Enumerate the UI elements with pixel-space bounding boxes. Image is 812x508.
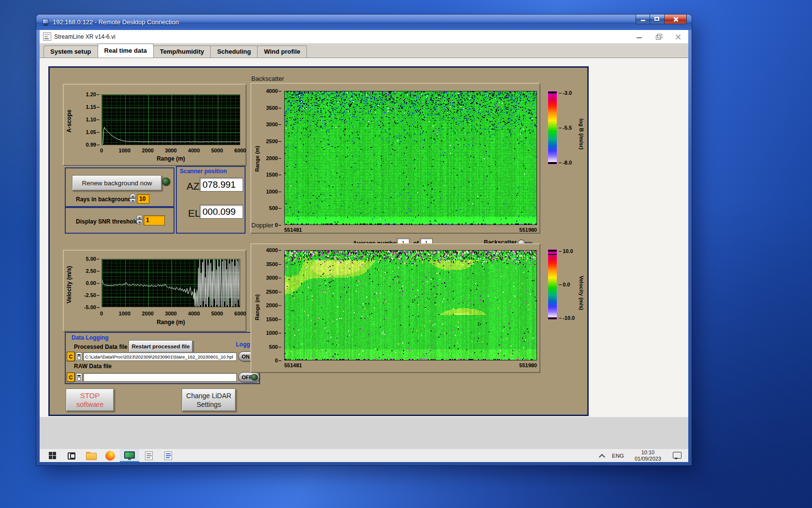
renew-background-button[interactable]: Renew background now: [72, 175, 162, 191]
processed-path-field[interactable]: C:\Lidar\Data\Proc\2023\202309\20230901\…: [83, 352, 237, 361]
tick-label: 3000: [165, 311, 176, 316]
ascope-x-axis-label: Range (m): [102, 155, 240, 162]
notepad-button[interactable]: [159, 449, 178, 462]
task-view-icon: [68, 452, 75, 459]
tick-label: 2000: [142, 148, 153, 153]
tick-label: 0: [275, 358, 281, 363]
notification-center-icon[interactable]: [673, 452, 682, 459]
backscatter-x-start: 551481: [284, 227, 302, 233]
tick-label: 10.0: [559, 248, 573, 254]
raw-path-field[interactable]: [83, 373, 237, 382]
backscatter-x-labels: 551481 551980: [284, 227, 537, 233]
backscatter-title: Backscatter: [251, 75, 284, 82]
file-explorer-button[interactable]: [81, 449, 101, 462]
app-client-area: A-scope 1.201.151.101.050.99 01000200030…: [40, 58, 688, 417]
rdp-titlebar[interactable]: 192.168.0.122 - Remote Desktop Connectio…: [36, 15, 692, 30]
session-desktop: [40, 417, 688, 448]
close-icon: [673, 16, 679, 22]
tick-label: 0.99: [86, 142, 100, 148]
scan-scheduler-icon: [145, 451, 153, 460]
app-restore-icon[interactable]: [655, 33, 662, 40]
backscatter-y-axis-label: Range (m): [254, 125, 262, 193]
tick-label: 1000: [266, 330, 281, 336]
doppler-colorbar-label: Velocity (m/s): [576, 254, 584, 331]
maximize-icon: [654, 17, 659, 21]
tick-label: -3.0: [559, 90, 572, 96]
tick-label: 1.20: [86, 91, 100, 97]
rdp-minimize-button[interactable]: [636, 15, 650, 24]
doppler-plot: [284, 250, 537, 360]
az-label: AZ: [187, 180, 200, 192]
tick-label: 1000: [119, 311, 130, 316]
el-value-field[interactable]: 000.099: [200, 205, 243, 219]
app-minimize-icon[interactable]: [636, 33, 643, 40]
snr-threshold-box: Display SNR threshold 1: [65, 207, 174, 234]
language-indicator[interactable]: ENG: [612, 453, 624, 459]
doppler-x-labels: 551481 551980: [284, 362, 537, 368]
tab-temp-humidity[interactable]: Temp/humidity: [153, 45, 211, 58]
rays-spinner[interactable]: [130, 194, 136, 204]
tick-label: 6000: [234, 311, 246, 316]
tick-label: 4000: [266, 88, 281, 94]
minimize-icon: [641, 20, 645, 21]
tick-label: 4000: [266, 247, 281, 253]
rdp-window-title: 192.168.0.122 - Remote Desktop Connectio…: [53, 18, 179, 26]
rays-value-field[interactable]: 10: [137, 194, 149, 204]
task-view-button[interactable]: [62, 449, 81, 462]
scan-scheduler-button[interactable]: [139, 449, 159, 462]
notepad-icon: [164, 451, 172, 460]
raw-path-browse-icon[interactable]: [76, 373, 82, 382]
tick-label: 6000: [234, 148, 246, 153]
processed-drive-icon[interactable]: C: [67, 352, 75, 361]
raw-logging-toggle[interactable]: OFF: [238, 372, 260, 382]
tick-label: 2.50: [86, 268, 100, 274]
az-value-field[interactable]: 078.991: [200, 178, 243, 192]
tick-label: 2500: [266, 289, 281, 295]
snr-value-field[interactable]: 1: [144, 215, 165, 225]
tab-system-setup[interactable]: System setup: [44, 45, 98, 58]
start-button[interactable]: [43, 449, 62, 462]
tick-label: -8.0: [559, 160, 572, 165]
off-led-icon: [251, 374, 258, 381]
app-titlebar[interactable]: StreamLine XR v14-6.vi: [40, 30, 688, 44]
front-panel: A-scope 1.201.151.101.050.99 01000200030…: [48, 66, 589, 416]
backscatter-colorbar-ticks: -3.0-5.5-8.0: [559, 93, 578, 163]
rdp-close-button[interactable]: [664, 15, 687, 24]
processed-path-browse-icon[interactable]: [76, 352, 82, 361]
restart-processed-file-button[interactable]: Restart processed file: [129, 340, 193, 353]
tick-label: 500: [269, 344, 281, 350]
stop-label-line2: software: [76, 400, 104, 409]
tab-real-time-data[interactable]: Real time data: [98, 44, 154, 58]
renew-background-label: Renew background now: [82, 179, 152, 187]
firefox-icon: [105, 451, 115, 461]
snr-spinner[interactable]: [136, 215, 143, 225]
background-controls-box: Renew background now Rays in background …: [65, 167, 174, 207]
velocity-y-axis-label: Velocity (m/s): [66, 258, 73, 311]
tick-label: 3000: [165, 148, 176, 153]
backscatter-colorbar: [548, 91, 557, 164]
tick-label: 0: [100, 311, 103, 316]
firefox-button[interactable]: [101, 449, 120, 462]
backscatter-plot: [284, 91, 537, 225]
ascope-plot: [102, 94, 240, 145]
background-led: [162, 178, 170, 186]
taskbar-time: 10:10: [641, 449, 655, 455]
tick-label: -5.00: [84, 304, 100, 310]
stop-software-button[interactable]: STOP software: [66, 388, 114, 411]
tick-label: -10.0: [559, 315, 575, 321]
doppler-x-start: 551481: [284, 362, 302, 368]
change-lidar-settings-button[interactable]: Change LiDAR Settings: [182, 388, 236, 411]
raw-drive-icon[interactable]: C: [67, 373, 75, 382]
remote-desktop-app-button[interactable]: [120, 449, 139, 462]
tab-scheduling[interactable]: Scheduling: [210, 45, 258, 58]
backscatter-colorbar-label: log B (/m/sr): [576, 94, 584, 174]
rdp-maximize-button[interactable]: [650, 15, 664, 24]
tray-expand-chevron-icon[interactable]: [599, 453, 604, 458]
tab-wind-profile[interactable]: Wind profile: [257, 45, 307, 58]
taskbar: ENG 10:10 01/09/2023: [40, 448, 688, 462]
taskbar-clock[interactable]: 10:10 01/09/2023: [635, 449, 661, 462]
windows-logo-icon: [49, 452, 56, 459]
tick-label: 1500: [266, 172, 281, 178]
stop-label-line1: STOP: [80, 391, 100, 400]
app-close-icon[interactable]: [675, 33, 682, 40]
